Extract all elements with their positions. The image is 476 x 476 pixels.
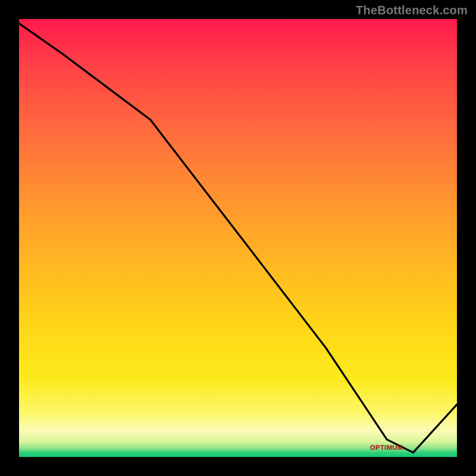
optimum-marker-label: OPTIMUM [370, 444, 403, 451]
chart-frame: TheBottleneck.com OPTIMUM [0, 0, 476, 476]
bottleneck-curve [19, 19, 457, 457]
watermark-text: TheBottleneck.com [356, 4, 468, 17]
plot-area: OPTIMUM [19, 19, 457, 457]
